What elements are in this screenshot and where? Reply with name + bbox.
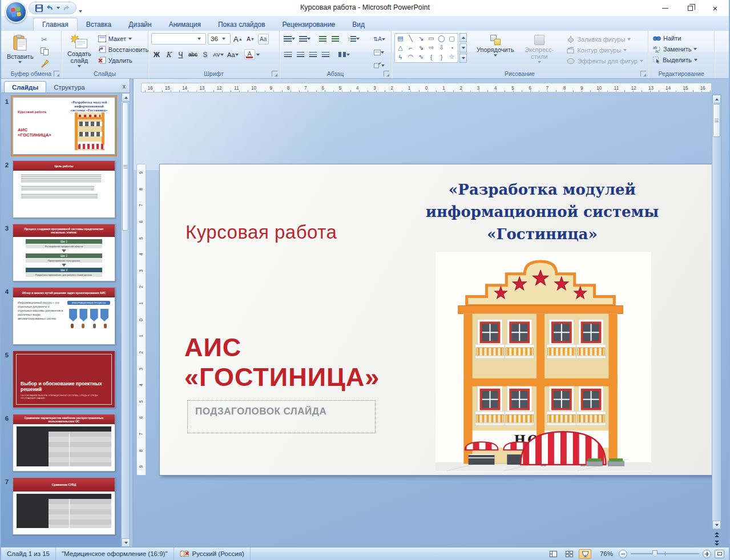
- font-size-combo[interactable]: [208, 33, 231, 45]
- zoom-out-button[interactable]: [619, 550, 627, 558]
- shapes-scroll-up[interactable]: [459, 33, 467, 42]
- shape-fill-button[interactable]: Заливка фигуры: [565, 35, 645, 43]
- normal-view-button[interactable]: [547, 549, 559, 559]
- find-button[interactable]: Найти: [651, 34, 711, 42]
- panel-splitter[interactable]: [130, 79, 134, 547]
- tab-review[interactable]: Рецензирование: [274, 18, 344, 31]
- font-color-dropdown[interactable]: [256, 54, 260, 56]
- zoom-in-button[interactable]: [703, 550, 711, 558]
- slide-thumbnail-1[interactable]: Курсовая работа «Разработка модулей инфо…: [13, 97, 115, 155]
- tab-view[interactable]: Вид: [344, 18, 373, 31]
- scroll-up-button[interactable]: [712, 95, 721, 103]
- next-slide-button[interactable]: [712, 539, 721, 547]
- scroll-thumb[interactable]: [713, 104, 720, 137]
- cut-button[interactable]: ✂: [39, 34, 50, 45]
- align-text-button[interactable]: [372, 47, 386, 58]
- slide-thumbnail-6[interactable]: Сравнение характеристик наиболее распрос…: [13, 414, 115, 472]
- hotel-image[interactable]: HOTEL: [435, 252, 651, 472]
- numbering-button[interactable]: [298, 33, 312, 44]
- align-center-button[interactable]: [295, 49, 306, 60]
- slide-topic-title[interactable]: «Разработка модулей информационной систе…: [420, 179, 665, 245]
- justify-button[interactable]: [320, 49, 331, 60]
- slide-thumbnail-5[interactable]: Выбор и обоснование проектных решений ОБ…: [13, 350, 115, 408]
- align-left-button[interactable]: [283, 49, 293, 60]
- vertical-scrollbar[interactable]: [712, 94, 721, 530]
- font-size-input[interactable]: [208, 35, 222, 42]
- slide-secondary-title[interactable]: Курсовая работа: [185, 221, 337, 243]
- layout-button[interactable]: Макет: [96, 35, 150, 43]
- slide-sorter-button[interactable]: [563, 549, 575, 559]
- drawing-dialog-launcher[interactable]: [640, 71, 646, 76]
- tab-home[interactable]: Главная: [33, 18, 78, 31]
- shrink-font-button[interactable]: A▼: [245, 34, 256, 45]
- decrease-indent-button[interactable]: [317, 33, 328, 44]
- shapes-more-button[interactable]: [459, 54, 467, 63]
- font-color-button[interactable]: A: [244, 49, 255, 60]
- clipboard-dialog-launcher[interactable]: [54, 71, 59, 76]
- clear-formatting-button[interactable]: Aa: [258, 34, 269, 45]
- shape-outline-button[interactable]: Контур фигуры: [565, 46, 645, 54]
- underline-button[interactable]: Ч: [175, 49, 186, 60]
- spellcheck-status[interactable]: Русский (Россия): [174, 547, 251, 560]
- line-spacing-button[interactable]: ↕: [346, 33, 361, 44]
- panel-scroll-down[interactable]: [122, 538, 130, 547]
- arrange-button[interactable]: Упорядочить: [474, 33, 517, 69]
- minimize-button[interactable]: [652, 0, 677, 16]
- slide-thumbnail-4[interactable]: Обзор и анализ путей решения задач проек…: [13, 287, 115, 345]
- replace-button[interactable]: abac Заменить: [651, 45, 711, 53]
- tab-insert[interactable]: Вставка: [78, 18, 120, 31]
- quick-styles-button[interactable]: Экспресс-стили: [519, 33, 559, 69]
- previous-slide-button[interactable]: [712, 531, 721, 538]
- columns-button[interactable]: [337, 49, 351, 60]
- shapes-scroll-down[interactable]: [459, 43, 467, 53]
- paragraph-dialog-launcher[interactable]: [384, 71, 389, 76]
- text-shadow-button[interactable]: S: [200, 49, 211, 60]
- increase-indent-button[interactable]: [330, 33, 341, 44]
- text-direction-button[interactable]: ⇅A: [372, 34, 386, 45]
- fit-to-window-button[interactable]: [715, 550, 724, 558]
- reset-slide-button[interactable]: Восстановить: [96, 45, 150, 54]
- zoom-slider-thumb[interactable]: [652, 550, 658, 557]
- change-case-button[interactable]: Aa: [226, 49, 239, 60]
- tab-animation[interactable]: Анимация: [160, 18, 209, 31]
- tab-slides-thumbnails[interactable]: Слайды: [4, 81, 46, 92]
- zoom-slider[interactable]: [631, 553, 699, 554]
- delete-slide-button[interactable]: Удалить: [96, 56, 150, 65]
- slide-thumbnail-7[interactable]: Сравнение СУБД: [13, 477, 115, 535]
- subtitle-placeholder[interactable]: ПОДЗАГОЛОВОК СЛАЙДА: [187, 400, 376, 433]
- character-spacing-button[interactable]: AV: [212, 49, 225, 60]
- italic-button[interactable]: К: [163, 49, 174, 60]
- slide-main-title[interactable]: АИС «ГОСТИНИЦА»: [184, 333, 380, 392]
- tab-outline[interactable]: Структура: [46, 82, 92, 92]
- panel-close-icon[interactable]: x: [123, 83, 126, 90]
- font-dialog-launcher[interactable]: [272, 71, 277, 76]
- align-right-button[interactable]: [308, 49, 318, 60]
- panel-scrollbar[interactable]: [121, 93, 130, 547]
- restore-button[interactable]: [677, 0, 703, 16]
- select-button[interactable]: Выделить: [651, 56, 711, 64]
- panel-scroll-thumb[interactable]: [122, 102, 128, 231]
- copy-button[interactable]: [39, 46, 50, 57]
- shape-effects-button[interactable]: Эффекты для фигур: [565, 57, 645, 65]
- bullets-button[interactable]: [283, 33, 296, 44]
- office-button[interactable]: [5, 1, 27, 23]
- paste-button[interactable]: Вставить: [4, 33, 37, 69]
- panel-scroll-up[interactable]: [122, 93, 130, 102]
- tab-design[interactable]: Дизайн: [120, 18, 160, 31]
- scroll-down-button[interactable]: [712, 521, 721, 529]
- slide-thumbnail-3[interactable]: Процесс создания программной системы пре…: [13, 224, 115, 281]
- strikethrough-button[interactable]: abc: [187, 49, 199, 60]
- tab-slideshow[interactable]: Показ слайдов: [209, 18, 274, 31]
- slide-canvas[interactable]: Курсовая работа «Разработка модулей инфо…: [159, 164, 713, 476]
- slideshow-view-button[interactable]: [579, 549, 591, 559]
- grow-font-button[interactable]: A▲: [232, 34, 244, 45]
- slide-thumbnail-2[interactable]: Цель работы: [13, 160, 115, 218]
- font-name-input[interactable]: [152, 35, 197, 42]
- font-name-combo[interactable]: [151, 33, 206, 45]
- close-button[interactable]: ×: [703, 0, 728, 16]
- convert-smartart-button[interactable]: [372, 60, 386, 71]
- shapes-gallery[interactable]: ▤╲↘▭◯▢ △⌐⇘⇨⇩◔ ϟ◠∿{}☆: [394, 33, 458, 63]
- bold-button[interactable]: Ж: [151, 49, 162, 60]
- new-slide-button[interactable]: Создать слайд: [64, 33, 94, 69]
- format-painter-button[interactable]: [39, 59, 50, 69]
